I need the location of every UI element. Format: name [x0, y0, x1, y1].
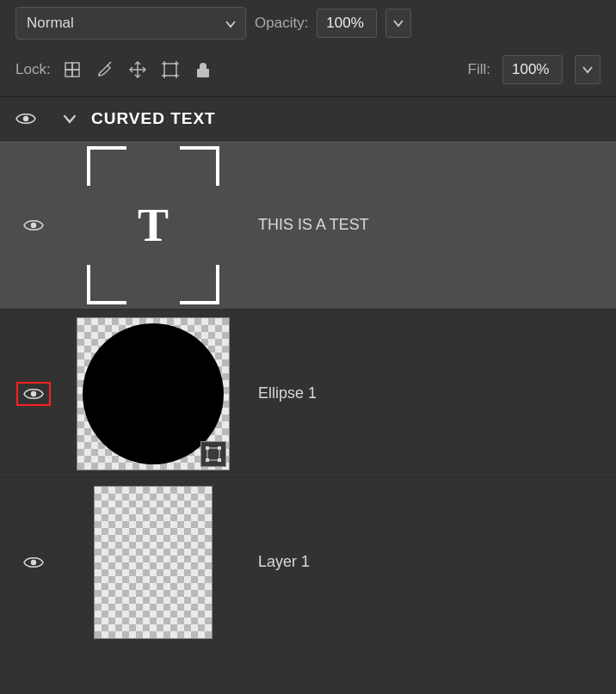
lock-fill-row: Lock: Fill: 100%: [0, 46, 616, 97]
layer-name[interactable]: THIS IS A TEST: [258, 216, 369, 234]
lock-move-icon[interactable]: [128, 60, 147, 79]
svg-rect-21: [206, 446, 209, 450]
text-layer-thumbnail[interactable]: T: [87, 146, 219, 304]
eye-icon: [23, 218, 44, 233]
lock-transparency-icon[interactable]: [63, 60, 82, 79]
blend-mode-value: Normal: [27, 15, 74, 32]
svg-rect-7: [164, 64, 176, 76]
layer-row[interactable]: Ellipse 1: [0, 309, 616, 477]
layer-name[interactable]: Layer 1: [258, 553, 310, 571]
eye-icon: [23, 555, 44, 570]
svg-rect-16: [197, 69, 209, 77]
svg-rect-22: [218, 446, 221, 450]
eye-icon: [23, 386, 44, 402]
group-expand-toggle[interactable]: [62, 111, 77, 126]
chevron-down-icon: [62, 111, 77, 126]
blend-opacity-row: Normal Opacity: 100%: [0, 0, 616, 46]
layer-row[interactable]: Layer 1: [0, 477, 616, 646]
layer-visibility-toggle[interactable]: [23, 218, 44, 233]
eye-icon: [15, 111, 36, 126]
svg-rect-1: [72, 63, 79, 70]
chevron-down-icon: [225, 18, 235, 28]
type-icon: T: [138, 199, 169, 252]
shape-layer-thumbnail[interactable]: [77, 317, 230, 470]
svg-rect-3: [72, 70, 79, 77]
shape-badge-icon: [200, 441, 226, 467]
fill-input[interactable]: 100%: [502, 55, 563, 84]
layers-list: T THIS IS A TEST: [0, 140, 616, 646]
svg-rect-0: [65, 63, 72, 70]
layer-visibility-toggle[interactable]: [16, 382, 51, 406]
fill-chevron-button[interactable]: [575, 55, 601, 84]
svg-rect-2: [65, 70, 72, 77]
layer-group-header[interactable]: CURVED TEXT: [0, 97, 616, 140]
fill-value: 100%: [512, 61, 549, 78]
layer-name[interactable]: Ellipse 1: [258, 384, 317, 402]
opacity-value: 100%: [326, 15, 363, 32]
layer-row[interactable]: T THIS IS A TEST: [0, 140, 616, 309]
raster-layer-thumbnail[interactable]: [94, 486, 213, 639]
svg-rect-23: [206, 458, 209, 462]
svg-point-19: [31, 390, 36, 396]
lock-brush-icon[interactable]: [95, 60, 114, 79]
opacity-input[interactable]: 100%: [317, 9, 377, 38]
svg-rect-20: [207, 448, 219, 460]
lock-all-icon[interactable]: [194, 60, 213, 79]
lock-icons-group: [63, 60, 213, 79]
svg-point-17: [23, 116, 28, 121]
lock-artboard-icon[interactable]: [161, 60, 180, 79]
layer-visibility-toggle[interactable]: [23, 555, 44, 570]
svg-point-18: [31, 222, 36, 227]
group-visibility-toggle[interactable]: [15, 111, 36, 126]
svg-rect-24: [218, 458, 221, 462]
blend-mode-select[interactable]: Normal: [15, 7, 246, 40]
opacity-label: Opacity:: [255, 15, 308, 32]
svg-point-25: [31, 559, 36, 564]
fill-label: Fill:: [468, 61, 490, 78]
group-title: CURVED TEXT: [91, 109, 216, 128]
lock-label: Lock:: [15, 61, 51, 78]
opacity-chevron-button[interactable]: [385, 9, 411, 38]
chevron-down-icon: [582, 64, 594, 76]
chevron-down-icon: [392, 17, 404, 29]
svg-line-4: [108, 62, 111, 65]
